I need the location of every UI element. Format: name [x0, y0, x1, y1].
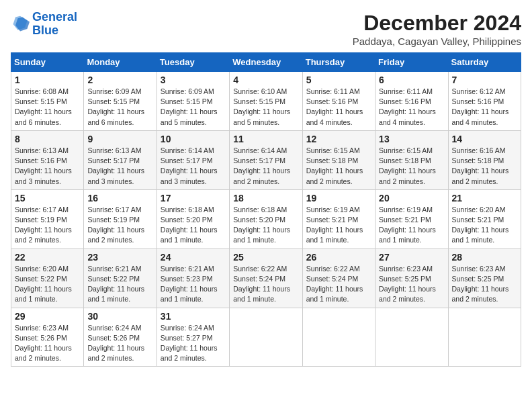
day-info: Sunrise: 6:21 AMSunset: 5:23 PMDaylight:… [161, 264, 226, 305]
calendar-cell: 6 Sunrise: 6:11 AMSunset: 5:16 PMDayligh… [375, 72, 448, 131]
calendar-cell: 19 Sunrise: 6:19 AMSunset: 5:21 PMDaylig… [302, 189, 375, 248]
day-info: Sunrise: 6:17 AMSunset: 5:19 PMDaylight:… [87, 205, 152, 246]
calendar-cell: 9 Sunrise: 6:13 AMSunset: 5:17 PMDayligh… [84, 130, 157, 189]
day-info: Sunrise: 6:09 AMSunset: 5:15 PMDaylight:… [161, 87, 226, 128]
day-header-monday: Monday [84, 53, 157, 72]
day-info: Sunrise: 6:09 AMSunset: 5:15 PMDaylight:… [87, 87, 152, 128]
day-info: Sunrise: 6:11 AMSunset: 5:16 PMDaylight:… [379, 87, 444, 128]
day-info: Sunrise: 6:13 AMSunset: 5:17 PMDaylight:… [87, 146, 152, 187]
day-number: 13 [379, 134, 444, 144]
calendar-cell: 20 Sunrise: 6:19 AMSunset: 5:21 PMDaylig… [375, 189, 448, 248]
calendar-cell: 4 Sunrise: 6:10 AMSunset: 5:15 PMDayligh… [230, 72, 302, 131]
title-block: December 2024 Paddaya, Cagayan Valley, P… [353, 11, 521, 47]
logo-text: General Blue [32, 11, 77, 38]
day-number: 19 [306, 193, 371, 203]
day-number: 12 [306, 134, 371, 144]
calendar-cell: 1 Sunrise: 6:08 AMSunset: 5:15 PMDayligh… [11, 72, 84, 131]
calendar-week-row: 22 Sunrise: 6:20 AMSunset: 5:22 PMDaylig… [11, 248, 521, 308]
calendar-cell: 12 Sunrise: 6:15 AMSunset: 5:18 PMDaylig… [302, 130, 375, 189]
day-info: Sunrise: 6:15 AMSunset: 5:18 PMDaylight:… [306, 146, 371, 187]
calendar-cell: 24 Sunrise: 6:21 AMSunset: 5:23 PMDaylig… [157, 248, 229, 308]
day-number: 7 [452, 75, 517, 85]
day-number: 25 [233, 252, 298, 263]
day-number: 6 [379, 75, 444, 85]
calendar-cell: 15 Sunrise: 6:17 AMSunset: 5:19 PMDaylig… [11, 189, 84, 248]
day-number: 10 [161, 134, 226, 144]
day-info: Sunrise: 6:19 AMSunset: 5:21 PMDaylight:… [306, 205, 371, 246]
day-info: Sunrise: 6:13 AMSunset: 5:16 PMDaylight:… [15, 146, 80, 187]
calendar-week-row: 15 Sunrise: 6:17 AMSunset: 5:19 PMDaylig… [11, 189, 521, 248]
calendar-cell [375, 308, 448, 367]
day-info: Sunrise: 6:20 AMSunset: 5:21 PMDaylight:… [452, 205, 517, 246]
day-number: 22 [15, 252, 80, 263]
day-number: 2 [87, 75, 152, 85]
calendar-table: SundayMondayTuesdayWednesdayThursdayFrid… [11, 52, 521, 367]
day-number: 27 [379, 252, 444, 263]
calendar-cell: 30 Sunrise: 6:24 AMSunset: 5:26 PMDaylig… [84, 308, 157, 367]
day-info: Sunrise: 6:15 AMSunset: 5:18 PMDaylight:… [379, 146, 444, 187]
calendar-cell: 5 Sunrise: 6:11 AMSunset: 5:16 PMDayligh… [302, 72, 375, 131]
day-number: 1 [15, 75, 80, 85]
day-info: Sunrise: 6:24 AMSunset: 5:27 PMDaylight:… [161, 323, 226, 364]
calendar-cell: 8 Sunrise: 6:13 AMSunset: 5:16 PMDayligh… [11, 130, 84, 189]
logo: General Blue [11, 11, 77, 38]
calendar-cell: 10 Sunrise: 6:14 AMSunset: 5:17 PMDaylig… [157, 130, 229, 189]
day-info: Sunrise: 6:12 AMSunset: 5:16 PMDaylight:… [452, 87, 517, 128]
day-info: Sunrise: 6:16 AMSunset: 5:18 PMDaylight:… [452, 146, 517, 187]
day-info: Sunrise: 6:19 AMSunset: 5:21 PMDaylight:… [379, 205, 444, 246]
day-number: 28 [452, 252, 517, 263]
page-header: General Blue December 2024 Paddaya, Caga… [11, 11, 521, 47]
calendar-cell: 14 Sunrise: 6:16 AMSunset: 5:18 PMDaylig… [448, 130, 521, 189]
day-header-friday: Friday [375, 53, 448, 72]
calendar-cell: 2 Sunrise: 6:09 AMSunset: 5:15 PMDayligh… [84, 72, 157, 131]
calendar-cell: 29 Sunrise: 6:23 AMSunset: 5:26 PMDaylig… [11, 308, 84, 367]
day-number: 29 [15, 311, 80, 322]
day-number: 8 [15, 134, 80, 144]
day-info: Sunrise: 6:11 AMSunset: 5:16 PMDaylight:… [306, 87, 371, 128]
day-info: Sunrise: 6:08 AMSunset: 5:15 PMDaylight:… [15, 87, 80, 128]
day-number: 21 [452, 193, 517, 203]
calendar-cell: 18 Sunrise: 6:18 AMSunset: 5:20 PMDaylig… [230, 189, 302, 248]
day-info: Sunrise: 6:18 AMSunset: 5:20 PMDaylight:… [233, 205, 298, 246]
day-info: Sunrise: 6:17 AMSunset: 5:19 PMDaylight:… [15, 205, 80, 246]
calendar-cell: 21 Sunrise: 6:20 AMSunset: 5:21 PMDaylig… [448, 189, 521, 248]
day-number: 9 [87, 134, 152, 144]
day-info: Sunrise: 6:24 AMSunset: 5:26 PMDaylight:… [87, 323, 152, 364]
logo-icon [11, 15, 30, 34]
day-number: 23 [87, 252, 152, 263]
day-number: 3 [161, 75, 226, 85]
calendar-cell: 23 Sunrise: 6:21 AMSunset: 5:22 PMDaylig… [84, 248, 157, 308]
day-number: 4 [233, 75, 298, 85]
day-number: 30 [87, 311, 152, 322]
subtitle: Paddaya, Cagayan Valley, Philippines [353, 36, 521, 47]
calendar-cell [302, 308, 375, 367]
calendar-cell: 27 Sunrise: 6:23 AMSunset: 5:25 PMDaylig… [375, 248, 448, 308]
calendar-week-row: 8 Sunrise: 6:13 AMSunset: 5:16 PMDayligh… [11, 130, 521, 189]
calendar-cell: 26 Sunrise: 6:22 AMSunset: 5:24 PMDaylig… [302, 248, 375, 308]
day-number: 18 [233, 193, 298, 203]
day-info: Sunrise: 6:22 AMSunset: 5:24 PMDaylight:… [306, 264, 371, 305]
calendar-cell: 17 Sunrise: 6:18 AMSunset: 5:20 PMDaylig… [157, 189, 229, 248]
day-number: 26 [306, 252, 371, 263]
calendar-cell: 13 Sunrise: 6:15 AMSunset: 5:18 PMDaylig… [375, 130, 448, 189]
day-info: Sunrise: 6:10 AMSunset: 5:15 PMDaylight:… [233, 87, 298, 128]
calendar-cell: 16 Sunrise: 6:17 AMSunset: 5:19 PMDaylig… [84, 189, 157, 248]
day-number: 11 [233, 134, 298, 144]
day-info: Sunrise: 6:14 AMSunset: 5:17 PMDaylight:… [161, 146, 226, 187]
calendar-cell: 11 Sunrise: 6:14 AMSunset: 5:17 PMDaylig… [230, 130, 302, 189]
calendar-cell: 28 Sunrise: 6:23 AMSunset: 5:25 PMDaylig… [448, 248, 521, 308]
day-number: 16 [87, 193, 152, 203]
calendar-week-row: 1 Sunrise: 6:08 AMSunset: 5:15 PMDayligh… [11, 72, 521, 131]
day-number: 20 [379, 193, 444, 203]
day-header-tuesday: Tuesday [157, 53, 229, 72]
day-number: 15 [15, 193, 80, 203]
calendar-cell [448, 308, 521, 367]
calendar-body: 1 Sunrise: 6:08 AMSunset: 5:15 PMDayligh… [11, 72, 521, 367]
calendar-cell: 22 Sunrise: 6:20 AMSunset: 5:22 PMDaylig… [11, 248, 84, 308]
day-info: Sunrise: 6:20 AMSunset: 5:22 PMDaylight:… [15, 264, 80, 305]
day-number: 24 [161, 252, 226, 263]
calendar-cell: 31 Sunrise: 6:24 AMSunset: 5:27 PMDaylig… [157, 308, 229, 367]
calendar-cell [230, 308, 302, 367]
calendar-week-row: 29 Sunrise: 6:23 AMSunset: 5:26 PMDaylig… [11, 308, 521, 367]
day-info: Sunrise: 6:23 AMSunset: 5:25 PMDaylight:… [452, 264, 517, 305]
